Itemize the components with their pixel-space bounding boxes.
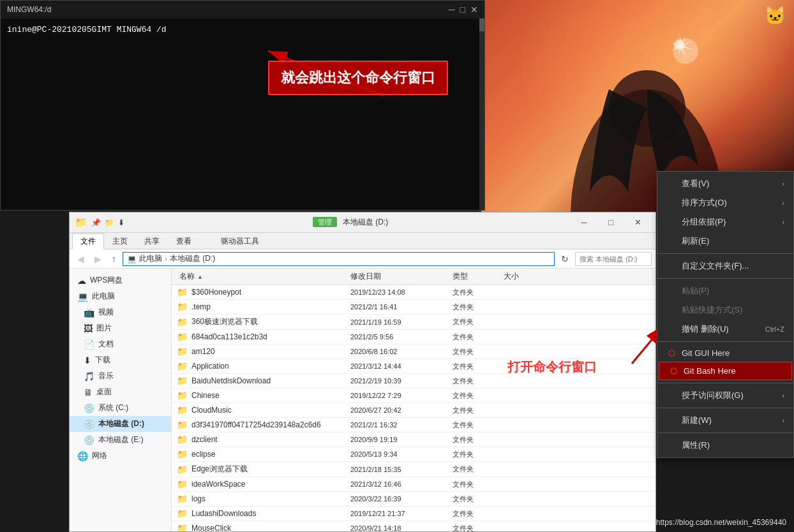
file-type: 文件夹 (453, 480, 504, 489)
minimize-button[interactable]: ─ (449, 4, 455, 15)
ctx-item-properties[interactable]: 属性(R) (657, 436, 793, 455)
explorer-titlebar: 📁 📌 📁 ⬇ 管理 本地磁盘 (D:) ─ □ ✕ (70, 212, 655, 233)
search-input[interactable] (575, 252, 652, 266)
ctx-git-bash-icon: ⬡ (668, 366, 678, 376)
ctx-group-label: 分组依据(P) (682, 216, 726, 228)
file-type: 文件夹 (453, 302, 504, 312)
file-date: 2021/3/12 14:44 (350, 362, 453, 370)
sidebar-item-downloads[interactable]: ⬇ 下载 (70, 352, 171, 368)
explorer-maximize-button[interactable]: □ (598, 214, 624, 232)
ctx-item-sort[interactable]: 排序方式(O) › (657, 193, 793, 212)
file-row[interactable]: 📁 .temp 2021/2/1 16:41 文件夹 (172, 300, 655, 314)
file-name-cell: 📁 logs (172, 494, 350, 504)
file-row[interactable]: 📁 $360Honeypot 2019/12/23 14:08 文件夹 (172, 285, 655, 300)
tab-home[interactable]: 主页 (104, 233, 136, 249)
file-type: 文件夹 (453, 450, 504, 459)
tab-file[interactable]: 文件 (72, 233, 104, 249)
maximize-button[interactable]: □ (460, 4, 465, 15)
sidebar-item-drive-e[interactable]: 💿 本地磁盘 (E:) (70, 432, 171, 448)
file-row[interactable]: 📁 eclipse 2020/5/13 9:34 文件夹 (172, 447, 655, 462)
close-button[interactable]: ✕ (470, 4, 478, 15)
address-computer-icon: 💻 (127, 255, 137, 263)
documents-icon: 📄 (84, 339, 94, 350)
file-row[interactable]: 📁 360极速浏览器下载 2021/1/19 16:59 文件夹 (172, 314, 655, 330)
file-name-cell: 📁 684ad0ca113e1c2b3d (172, 332, 350, 342)
ribbon-tabs: 文件 主页 共享 查看 驱动器工具 (70, 233, 655, 249)
sidebar-item-drive-d[interactable]: 💿 本地磁盘 (D:) (70, 416, 171, 432)
file-row[interactable]: 📁 LudashiDownloads 2019/12/21 21:37 文件夹 (172, 506, 655, 521)
file-name-cell: 📁 LudashiDownloads (172, 508, 350, 519)
ctx-sort-label: 排序方式(O) (682, 197, 727, 209)
file-date: 2019/12/21 21:37 (350, 510, 453, 517)
sidebar-label-computer: 此电脑 (92, 291, 115, 302)
sidebar-item-drive-c[interactable]: 💿 系统 (C:) (70, 400, 171, 416)
ctx-paste-label: 粘贴(P) (682, 285, 709, 297)
ctx-item-git-bash[interactable]: ⬡ Git Bash Here (659, 362, 792, 380)
explorer-minimize-button[interactable]: ─ (571, 214, 597, 232)
explorer-close-button[interactable]: ✕ (625, 214, 650, 232)
col-header-size[interactable]: 大小 (504, 271, 555, 282)
file-date: 2021/2/18 15:35 (350, 466, 453, 473)
file-row[interactable]: 📁 Chinese 2019/12/22 7:29 文件夹 (172, 388, 655, 403)
sidebar-item-video[interactable]: 📺 视频 (70, 304, 171, 320)
terminal-controls: ─ □ ✕ (449, 4, 478, 15)
col-header-name[interactable]: 名称 ▲ (172, 271, 350, 282)
address-bar: ◀ ▶ ↑ 💻 此电脑 › 本地磁盘 (D:) ↻ (70, 249, 655, 269)
explorer-window-controls: ─ □ ✕ (571, 214, 650, 232)
ctx-new-label: 新建(W) (682, 415, 712, 426)
ctx-item-group[interactable]: 分组依据(P) › (657, 212, 793, 232)
file-name-cell: 📁 Edge浏览器下载 (172, 464, 350, 475)
drive-e-icon: 💿 (84, 435, 94, 445)
file-name: Application (191, 362, 229, 371)
file-name-cell: 📁 $360Honeypot (172, 287, 350, 297)
file-row[interactable]: 📁 MouseClick 2020/9/21 14:18 文件夹 (172, 521, 655, 531)
file-name: 360极速浏览器下载 (191, 316, 258, 327)
ctx-item-refresh[interactable]: 刷新(E) (657, 232, 793, 251)
file-row[interactable]: 📁 CloudMusic 2020/6/27 20:42 文件夹 (172, 403, 655, 418)
sidebar-item-network[interactable]: 🌐 网络 (70, 448, 171, 464)
file-row[interactable]: 📁 684ad0ca113e1c2b3d 2021/2/5 9:56 文件夹 (172, 330, 655, 344)
file-type: 文件夹 (453, 391, 504, 401)
annotation-box: 就会跳出这个命令行窗口 (268, 61, 448, 95)
ctx-item-access[interactable]: 授予访问权限(G) › (657, 386, 793, 405)
ctx-undo-label: 撤销 删除(U) (682, 323, 729, 335)
file-type: 文件夹 (453, 464, 504, 474)
ctx-view-label: 查看(V) (682, 178, 709, 189)
col-header-type[interactable]: 类型 (453, 271, 504, 282)
terminal-scrollbar[interactable] (479, 18, 484, 210)
file-row[interactable]: 📁 am120 2020/6/8 16:02 文件夹 (172, 344, 655, 359)
sidebar-item-documents[interactable]: 📄 文档 (70, 336, 171, 352)
address-path[interactable]: 💻 此电脑 › 本地磁盘 (D:) (123, 252, 555, 266)
file-row[interactable]: 📁 d3f341970ff04717254d239148a2c6d6 2021/… (172, 418, 655, 432)
forward-button[interactable]: ▶ (91, 253, 105, 265)
file-row[interactable]: 📁 logs 2020/3/22 16:39 文件夹 (172, 492, 655, 506)
ctx-item-view[interactable]: 查看(V) › (657, 174, 793, 193)
file-row[interactable]: 📁 ideaWorkSpace 2021/3/12 16:46 文件夹 (172, 477, 655, 492)
music-icon: 🎵 (84, 371, 94, 381)
sidebar-item-wps[interactable]: ☁ WPS网盘 (70, 272, 171, 288)
sidebar-item-pictures[interactable]: 🖼 图片 (70, 320, 171, 336)
sidebar-item-desktop[interactable]: 🖥 桌面 (70, 384, 171, 400)
tab-share[interactable]: 共享 (136, 233, 168, 249)
file-row[interactable]: 📁 BaiduNetdiskDownload 2021/2/19 10:39 文… (172, 374, 655, 388)
folder-icon: 📁 (177, 346, 188, 357)
drive-d-icon: 💿 (84, 419, 94, 429)
refresh-button[interactable]: ↻ (557, 253, 573, 265)
explorer-content: ☁ WPS网盘 💻 此电脑 📺 视频 🖼 图片 📄 文档 ⬇ 下载 (70, 269, 655, 531)
back-button[interactable]: ◀ (73, 253, 88, 265)
col-header-date[interactable]: 修改日期 (350, 271, 453, 282)
file-type: 文件夹 (453, 317, 504, 327)
tab-view[interactable]: 查看 (168, 233, 200, 249)
folder-icon: 📁 (177, 317, 188, 327)
sidebar-item-music[interactable]: 🎵 音乐 (70, 368, 171, 384)
sidebar-item-computer[interactable]: 💻 此电脑 (70, 288, 171, 304)
ctx-item-new[interactable]: 新建(W) › (657, 411, 793, 430)
ctx-item-git-gui[interactable]: ⬡ Git GUI Here (657, 344, 793, 362)
sidebar-label-music: 音乐 (98, 371, 114, 381)
tab-drive-tools[interactable]: 驱动器工具 (213, 233, 267, 249)
file-row[interactable]: 📁 dzclient 2020/9/9 19:19 文件夹 (172, 432, 655, 447)
ctx-item-customize[interactable]: 自定义文件夹(F)... (657, 256, 793, 276)
ctx-item-undo[interactable]: 撤销 删除(U) Ctrl+Z (657, 320, 793, 339)
file-row[interactable]: 📁 Edge浏览器下载 2021/2/18 15:35 文件夹 (172, 462, 655, 477)
up-button[interactable]: ↑ (108, 253, 120, 265)
